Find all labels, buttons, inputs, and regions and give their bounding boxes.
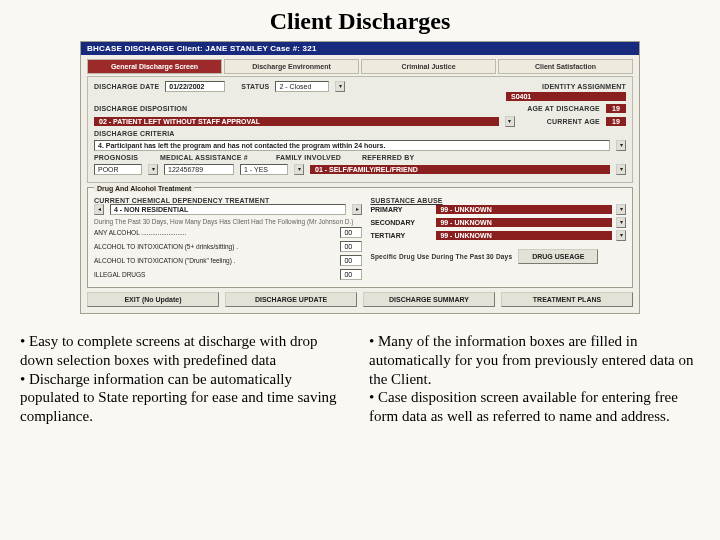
criteria-field[interactable]: 4. Participant has left the program and … — [94, 140, 610, 151]
window-title-bar: BHCASE DISCHARGE Client: JANE STANLEY Ca… — [81, 42, 639, 55]
med-assistance-label: MEDICAL ASSISTANCE # — [160, 154, 270, 161]
treatment-panel: Drug And Alcohol Treatment CURRENT CHEMI… — [87, 187, 633, 288]
referred-dropdown-icon[interactable]: ▾ — [616, 164, 626, 175]
current-age-value: 19 — [606, 117, 626, 126]
prognosis-dropdown-icon[interactable]: ▾ — [148, 164, 158, 175]
status-label: STATUS — [241, 83, 269, 90]
intox2-label: ALCOHOL TO INTOXICATION ("Drunk" feeling… — [94, 257, 334, 264]
tab-strip: General Discharge Screen Discharge Envir… — [87, 59, 633, 74]
disposition-label: DISCHARGE DISPOSITION — [94, 105, 187, 112]
status-field[interactable]: 2 - Closed — [275, 81, 329, 92]
disposition-value[interactable]: 02 - PATIENT LEFT WITHOUT STAFF APPROVAL — [94, 117, 499, 126]
drug-usage-button[interactable]: DRUG USEAGE — [518, 249, 598, 264]
past30-label: During The Past 30 Days, How Many Days H… — [94, 218, 362, 225]
primary-dropdown-icon[interactable]: ▾ — [616, 204, 626, 215]
any-alcohol-field[interactable]: 00 — [340, 227, 362, 238]
specific-drug-label: Specific Drug Use During The Past 30 Day… — [370, 253, 512, 260]
discharge-panel: DISCHARGE DATE 01/22/2002 STATUS 2 - Clo… — [87, 76, 633, 183]
discharge-window: BHCASE DISCHARGE Client: JANE STANLEY Ca… — [80, 41, 640, 314]
bullet-columns: • Easy to complete screens at discharge … — [20, 332, 700, 426]
referred-by-value[interactable]: 01 - SELF/FAMILY/REL/FRIEND — [310, 165, 610, 174]
tertiary-dropdown-icon[interactable]: ▾ — [616, 230, 626, 241]
prognosis-field[interactable]: POOR — [94, 164, 142, 175]
tab-client-satisfaction[interactable]: Client Satisfaction — [498, 59, 633, 74]
status-dropdown-icon[interactable]: ▾ — [335, 81, 345, 92]
family-involved-field[interactable]: 1 - YES — [240, 164, 288, 175]
age-discharge-value: 19 — [606, 104, 626, 113]
prognosis-label: PROGNOSIS — [94, 154, 154, 161]
bullets-left: • Easy to complete screens at discharge … — [20, 332, 351, 426]
primary-value[interactable]: 99 - UNKNOWN — [436, 205, 612, 214]
tab-discharge-environment[interactable]: Discharge Environment — [224, 59, 359, 74]
discharge-date-label: DISCHARGE DATE — [94, 83, 159, 90]
family-dropdown-icon[interactable]: ▾ — [294, 164, 304, 175]
any-alcohol-label: ANY ALCOHOL ......................... — [94, 229, 334, 236]
substance-abuse-label: SUBSTANCE ABUSE — [370, 197, 626, 204]
criteria-label: DISCHARGE CRITERIA — [94, 130, 175, 137]
discharge-update-button[interactable]: DISCHARGE UPDATE — [225, 292, 357, 307]
bullets-right: • Many of the information boxes are fill… — [369, 332, 700, 426]
slide-title: Client Discharges — [20, 8, 700, 35]
illegal-drugs-label: ILLEGAL DRUGS — [94, 271, 334, 278]
exit-button[interactable]: EXIT (No Update) — [87, 292, 219, 307]
disposition-dropdown-icon[interactable]: ▾ — [505, 116, 515, 127]
primary-label: PRIMARY — [370, 206, 432, 213]
criteria-dropdown-icon[interactable]: ▾ — [616, 140, 626, 151]
intox1-field[interactable]: 00 — [340, 241, 362, 252]
age-discharge-label: AGE AT DISCHARGE — [527, 105, 600, 112]
current-age-label: CURRENT AGE — [547, 118, 600, 125]
identity-value: S0401 — [506, 92, 626, 101]
tab-general-discharge[interactable]: General Discharge Screen — [87, 59, 222, 74]
secondary-value[interactable]: 99 - UNKNOWN — [436, 218, 612, 227]
treatment-plans-button[interactable]: TREATMENT PLANS — [501, 292, 633, 307]
family-involved-label: FAMILY INVOLVED — [276, 154, 356, 161]
secondary-label: SECONDARY — [370, 219, 432, 226]
med-assistance-field[interactable]: 122456789 — [164, 164, 234, 175]
intox2-field[interactable]: 00 — [340, 255, 362, 266]
secondary-dropdown-icon[interactable]: ▾ — [616, 217, 626, 228]
intox1-label: ALCOHOL TO INTOXICATION (5+ drinks/sitti… — [94, 243, 334, 250]
treatment-prev-icon[interactable]: ◂ — [94, 204, 104, 215]
current-treatment-field[interactable]: 4 - NON RESIDENTIAL — [110, 204, 346, 215]
treatment-panel-title: Drug And Alcohol Treatment — [94, 185, 194, 192]
discharge-date-field[interactable]: 01/22/2002 — [165, 81, 225, 92]
referred-by-label: REFERRED BY — [362, 154, 414, 161]
treatment-next-icon[interactable]: ▸ — [352, 204, 362, 215]
footer-button-bar: EXIT (No Update) DISCHARGE UPDATE DISCHA… — [87, 292, 633, 307]
identity-label: IDENTITY ASSIGNMENT — [542, 83, 626, 90]
tab-criminal-justice[interactable]: Criminal Justice — [361, 59, 496, 74]
illegal-drugs-field[interactable]: 00 — [340, 269, 362, 280]
tertiary-label: TERTIARY — [370, 232, 432, 239]
discharge-summary-button[interactable]: DISCHARGE SUMMARY — [363, 292, 495, 307]
current-treatment-label: CURRENT CHEMICAL DEPENDENCY TREATMENT — [94, 197, 362, 204]
tertiary-value[interactable]: 99 - UNKNOWN — [436, 231, 612, 240]
